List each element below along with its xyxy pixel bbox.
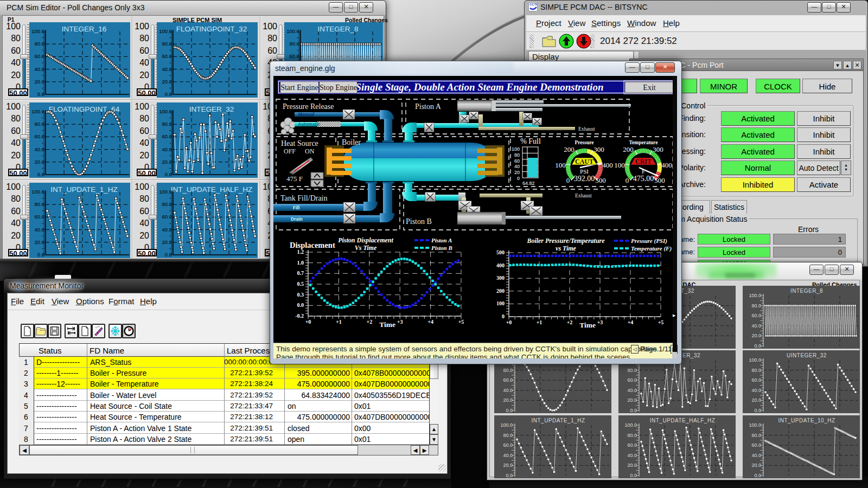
svg-text:% Full: % Full (520, 137, 541, 145)
svg-text:Piston B: Piston B (431, 245, 452, 251)
svg-text:80: 80 (514, 152, 520, 158)
svg-text:475 F: 475 F (286, 175, 303, 183)
svg-text:0: 0 (566, 176, 570, 184)
svg-text:60: 60 (514, 158, 520, 164)
svg-text:392.00: 392.00 (574, 175, 595, 183)
svg-text:PSI: PSI (580, 168, 589, 175)
svg-text:+2: +2 (366, 319, 372, 325)
svg-text:Boiler Pressure/Temperature: Boiler Pressure/Temperature (526, 237, 605, 245)
svg-text:400: 400 (661, 161, 672, 169)
svg-text:1.0: 1.0 (297, 260, 304, 266)
svg-text:Piston A: Piston A (415, 102, 442, 111)
svg-text:64.82: 64.82 (522, 181, 535, 186)
svg-text:475.00: 475.00 (633, 175, 654, 183)
svg-text:+4: +4 (427, 319, 433, 325)
svg-text:200: 200 (623, 145, 634, 153)
svg-text:Piston Displacement: Piston Displacement (338, 236, 393, 244)
svg-text:CAUT: CAUT (575, 158, 593, 165)
svg-text:OFF: OFF (284, 147, 296, 155)
svg-text:Time: Time (379, 320, 395, 329)
svg-text:Pressure Release: Pressure Release (283, 102, 334, 111)
svg-text:Vs Time: Vs Time (355, 244, 377, 252)
svg-text:100: 100 (555, 161, 566, 169)
svg-text:Exit: Exit (643, 84, 655, 92)
svg-text:Fill: Fill (293, 205, 299, 210)
svg-text:500: 500 (496, 249, 505, 255)
svg-text:Piston B: Piston B (406, 217, 432, 226)
svg-text:Temperature (F): Temperature (F) (631, 245, 672, 252)
svg-text:+0: +0 (506, 319, 512, 325)
svg-text:Drain: Drain (291, 216, 303, 222)
svg-text:+3: +3 (597, 319, 603, 325)
svg-text:Displacement: Displacement (290, 241, 335, 249)
svg-text:100: 100 (512, 146, 520, 152)
svg-text:CRIT: CRIT (635, 158, 652, 165)
svg-text:vs Time: vs Time (556, 245, 577, 252)
svg-text:Boiler: Boiler (342, 138, 361, 146)
svg-text:-0.2: -0.2 (295, 313, 304, 319)
svg-text:0: 0 (626, 176, 629, 184)
svg-text:Piston A: Piston A (431, 237, 452, 243)
svg-text:Tank Fill/Drain: Tank Fill/Drain (280, 194, 328, 202)
svg-text:F: F (642, 168, 645, 175)
svg-text:20: 20 (514, 170, 520, 175)
svg-text:Pressure: Pressure (575, 140, 593, 145)
svg-text:+1: +1 (537, 319, 542, 325)
svg-text:Temperature: Temperature (629, 140, 658, 145)
svg-text:0.3: 0.3 (297, 292, 304, 298)
svg-text:Single Stage, Double Action St: Single Stage, Double Action Steam Engine… (356, 81, 604, 93)
svg-text:Heat Source: Heat Source (281, 139, 318, 147)
svg-text:Exhaust: Exhaust (578, 126, 595, 132)
svg-text:0.5: 0.5 (297, 281, 304, 287)
svg-text:300: 300 (593, 145, 604, 153)
svg-text:Stop Engine: Stop Engine (320, 84, 357, 92)
svg-text:500: 500 (595, 176, 606, 184)
svg-text:0.7: 0.7 (297, 270, 304, 276)
svg-text:+1: +1 (336, 319, 342, 325)
svg-text:200: 200 (496, 288, 505, 294)
svg-text:Exhaust: Exhaust (575, 193, 592, 198)
svg-text:200: 200 (564, 145, 575, 153)
svg-text:+3: +3 (397, 319, 403, 325)
svg-text:100: 100 (496, 300, 505, 306)
svg-text:1.2: 1.2 (297, 249, 304, 255)
svg-text:0.0: 0.0 (297, 302, 304, 308)
svg-text:300: 300 (496, 275, 505, 281)
svg-text:+2: +2 (567, 319, 573, 325)
svg-text:Pressure (PSI): Pressure (PSI) (631, 237, 667, 245)
svg-text:Start Engine: Start Engine (280, 84, 318, 92)
svg-text:40: 40 (514, 164, 520, 169)
svg-text:500: 500 (654, 176, 665, 184)
svg-text:0: 0 (502, 313, 505, 319)
svg-text:400: 400 (496, 262, 505, 268)
svg-text:+5: +5 (658, 319, 664, 325)
svg-text:+5: +5 (458, 319, 464, 325)
svg-text:100: 100 (614, 161, 625, 169)
svg-text:ON: ON (305, 147, 315, 155)
svg-text:+4: +4 (628, 319, 634, 325)
svg-text:Automatic: Automatic (298, 121, 321, 127)
svg-text:Time: Time (579, 321, 596, 329)
svg-text:0: 0 (517, 176, 520, 181)
svg-text:400: 400 (602, 161, 613, 169)
svg-text:Manual: Manual (298, 112, 314, 117)
svg-text:+0: +0 (305, 319, 311, 325)
svg-text:300: 300 (653, 145, 663, 153)
